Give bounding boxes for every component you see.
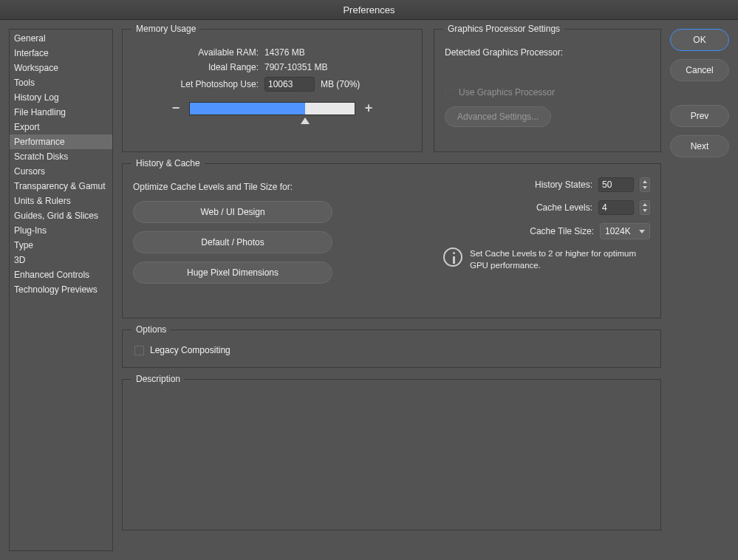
sidebar-item-scratch-disks[interactable]: Scratch Disks [10, 149, 112, 164]
gpu-settings-group: Graphics Processor Settings Detected Gra… [434, 29, 661, 152]
prev-button[interactable]: Prev [670, 105, 729, 127]
window-title: Preferences [343, 4, 394, 16]
sidebar-item-export[interactable]: Export [10, 120, 112, 134]
memory-input[interactable] [264, 77, 315, 92]
memory-minus-button[interactable]: − [170, 100, 182, 116]
sidebar-item-cursors[interactable]: Cursors [10, 164, 112, 179]
memory-usage-group: Memory Usage Available RAM: 14376 MB Ide… [122, 29, 423, 152]
use-gpu-label: Use Graphics Processor [459, 87, 555, 98]
info-icon [443, 247, 462, 267]
advanced-settings-button: Advanced Settings... [445, 106, 551, 127]
ideal-range-value: 7907-10351 MB [264, 62, 411, 72]
history-states-input[interactable] [598, 177, 634, 192]
cache-tile-size-label: Cache Tile Size: [443, 226, 594, 236]
available-ram-label: Available RAM: [133, 47, 259, 58]
cache-tile-size-select[interactable]: 1024K [600, 223, 650, 239]
memory-slider-fill [190, 103, 305, 115]
cache-levels-stepper[interactable] [640, 200, 650, 215]
cancel-button[interactable]: Cancel [670, 59, 729, 81]
history-states-label: History States: [443, 180, 592, 190]
sidebar-item-history-log[interactable]: History Log [10, 90, 112, 105]
sidebar-item-guides-grid-slices[interactable]: Guides, Grid & Slices [10, 208, 112, 223]
memory-slider-thumb[interactable] [301, 117, 310, 124]
let-photoshop-use-label: Let Photoshop Use: [133, 79, 259, 89]
sidebar-item-tools[interactable]: Tools [10, 75, 112, 90]
sidebar-item-enhanced-controls[interactable]: Enhanced Controls [10, 267, 112, 282]
sidebar-item-interface[interactable]: Interface [10, 46, 112, 61]
cache-info-text: Set Cache Levels to 2 or higher for opti… [470, 247, 650, 271]
window-titlebar: Preferences [0, 0, 738, 20]
sidebar-item-performance[interactable]: Performance [10, 134, 112, 149]
sidebar-item-technology-previews[interactable]: Technology Previews [10, 282, 112, 297]
ok-button[interactable]: OK [670, 29, 729, 51]
history-cache-group: History & Cache Optimize Cache Levels an… [122, 163, 661, 318]
preferences-sidebar: General Interface Workspace Tools Histor… [9, 29, 113, 551]
preset-web-ui-button[interactable]: Web / UI Design [133, 201, 332, 223]
memory-plus-button[interactable]: + [363, 100, 375, 116]
legacy-compositing-checkbox[interactable] [134, 346, 144, 355]
gpu-settings-title: Graphics Processor Settings [443, 24, 564, 34]
options-title: Options [131, 324, 171, 335]
cache-levels-input[interactable] [598, 200, 634, 215]
description-group: Description [122, 379, 661, 530]
sidebar-item-workspace[interactable]: Workspace [10, 61, 112, 75]
legacy-compositing-label: Legacy Compositing [150, 345, 230, 355]
sidebar-item-units-rulers[interactable]: Units & Rulers [10, 194, 112, 208]
options-group: Options Legacy Compositing [122, 329, 661, 368]
dialog-buttons: OK Cancel Prev Next [670, 29, 729, 551]
chevron-down-icon [639, 230, 645, 233]
sidebar-item-3d[interactable]: 3D [10, 253, 112, 267]
preset-default-photos-button[interactable]: Default / Photos [133, 231, 332, 253]
sidebar-item-type[interactable]: Type [10, 238, 112, 253]
memory-slider[interactable] [189, 102, 355, 115]
sidebar-item-file-handling[interactable]: File Handling [10, 105, 112, 120]
memory-usage-title: Memory Usage [131, 24, 200, 34]
optimize-label: Optimize Cache Levels and Tile Size for: [133, 182, 421, 192]
history-states-stepper[interactable] [640, 177, 650, 192]
ideal-range-label: Ideal Range: [133, 62, 259, 72]
next-button[interactable]: Next [670, 135, 729, 157]
history-cache-title: History & Cache [131, 158, 205, 168]
description-title: Description [131, 374, 185, 384]
cache-levels-label: Cache Levels: [443, 202, 592, 213]
sidebar-item-general[interactable]: General [10, 31, 112, 46]
preset-huge-pixel-button[interactable]: Huge Pixel Dimensions [133, 262, 332, 284]
available-ram-value: 14376 MB [264, 47, 411, 58]
cache-tile-size-value: 1024K [605, 226, 631, 236]
use-gpu-checkbox [445, 88, 454, 98]
sidebar-item-plug-ins[interactable]: Plug-Ins [10, 223, 112, 238]
detected-gpu-label: Detected Graphics Processor: [445, 47, 650, 58]
sidebar-item-transparency-gamut[interactable]: Transparency & Gamut [10, 179, 112, 194]
memory-suffix: MB (70%) [321, 79, 360, 89]
